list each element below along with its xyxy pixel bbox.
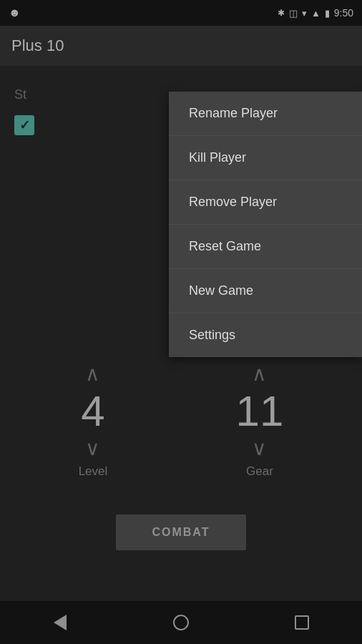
checkbox[interactable]: ✓ [14, 115, 34, 135]
signal-icon: ▲ [311, 8, 321, 19]
status-bar-left: ☻ [9, 6, 21, 19]
home-icon [173, 615, 189, 630]
level-up-button[interactable]: ∧ [85, 364, 100, 384]
menu-item-settings[interactable]: Settings [169, 313, 362, 357]
app-title: Plus 10 [11, 36, 351, 55]
menu-item-kill-player[interactable]: Kill Player [169, 136, 362, 180]
home-button[interactable] [167, 608, 195, 637]
level-label: Level [79, 464, 108, 479]
back-icon [54, 615, 67, 630]
checkmark-icon: ✓ [19, 117, 30, 133]
menu-item-rename-player[interactable]: Rename Player [169, 92, 362, 136]
gear-column: ∧ 11 ∨ Gear [236, 364, 284, 479]
combat-area: COMBAT [0, 493, 362, 572]
level-value: 4 [81, 390, 104, 433]
nav-bar [0, 601, 362, 644]
bluetooth-icon: ✱ [278, 8, 285, 18]
level-column: ∧ 4 ∨ Level [79, 364, 108, 479]
recent-button[interactable] [288, 608, 316, 637]
dropdown-menu: Rename Player Kill Player Remove Player … [169, 92, 362, 357]
time-display: 9:50 [334, 7, 353, 19]
main-content: Rename Player Kill Player Remove Player … [0, 66, 362, 150]
status-bar-right: ✱ ◫ ▾ ▲ ▮ 9:50 [278, 7, 353, 19]
combat-button[interactable]: COMBAT [116, 514, 245, 550]
recent-icon [295, 615, 309, 630]
wifi-icon: ▾ [302, 8, 307, 19]
app-bar: Plus 10 [0, 26, 362, 66]
menu-item-reset-game[interactable]: Reset Game [169, 225, 362, 269]
gear-label: Gear [246, 464, 273, 479]
level-down-button[interactable]: ∨ [85, 439, 100, 459]
back-button[interactable] [46, 608, 74, 637]
gear-value: 11 [236, 390, 284, 433]
menu-item-remove-player[interactable]: Remove Player [169, 180, 362, 225]
menu-item-new-game[interactable]: New Game [169, 269, 362, 313]
status-bar: ☻ ✱ ◫ ▾ ▲ ▮ 9:50 [0, 0, 362, 26]
vibrate-icon: ◫ [289, 8, 298, 19]
stats-area: ∧ 4 ∨ Level ∧ 11 ∨ Gear [0, 336, 362, 493]
gear-up-button[interactable]: ∧ [252, 364, 267, 384]
battery-icon: ▮ [325, 8, 330, 19]
android-icon: ☻ [9, 6, 21, 19]
player-placeholder-text: St [14, 87, 26, 102]
gear-down-button[interactable]: ∨ [252, 439, 267, 459]
